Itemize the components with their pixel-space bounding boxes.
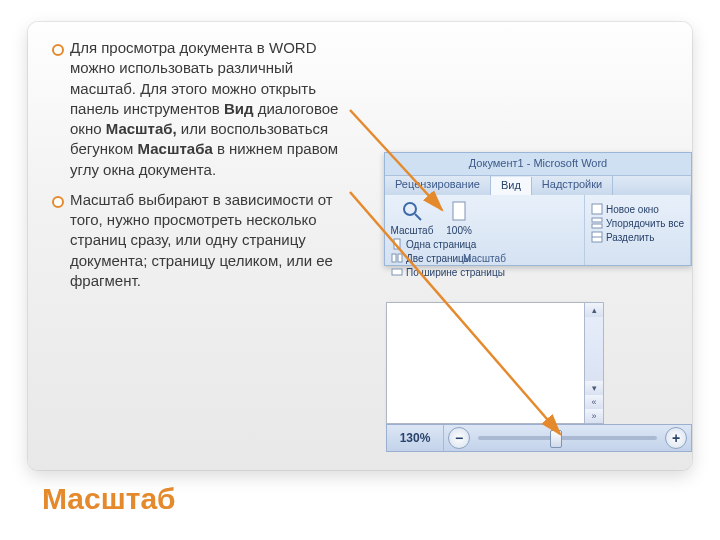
slide-title: Масштаб: [42, 482, 176, 516]
zoom-slider-thumb[interactable]: [550, 430, 562, 448]
tab-addins[interactable]: Надстройки: [532, 176, 613, 196]
zoom-slider[interactable]: [478, 436, 657, 440]
bullet-item: Масштаб выбирают в зависимости от того, …: [48, 190, 348, 291]
ribbon-tabs: Рецензирование Вид Надстройки: [385, 175, 691, 197]
content-frame: Для просмотра документа в WORD можно исп…: [28, 22, 692, 470]
zoom-out-button[interactable]: −: [448, 427, 470, 449]
svg-rect-7: [592, 204, 602, 214]
split-icon: [591, 231, 603, 243]
zoom-group-label: Масштаб: [385, 253, 584, 264]
text-column: Для просмотра документа в WORD можно исп…: [48, 38, 348, 301]
arrange-all-label: Упорядочить все: [606, 218, 684, 229]
next-page-arrow[interactable]: »: [585, 409, 603, 423]
split-option[interactable]: Разделить: [591, 231, 684, 243]
svg-rect-3: [394, 239, 400, 249]
magnifier-icon: [400, 199, 424, 223]
bullet-list: Для просмотра документа в WORD можно исп…: [48, 38, 348, 291]
svg-rect-9: [592, 224, 602, 228]
svg-rect-8: [592, 218, 602, 222]
window-title: Документ1 - Microsoft Word: [385, 157, 691, 169]
status-bar: 130% − +: [386, 424, 692, 452]
split-label: Разделить: [606, 232, 654, 243]
one-page-option[interactable]: Одна страница: [391, 238, 505, 250]
page-icon: [447, 199, 471, 223]
ribbon-group-window: Новое окно Упорядочить все Разделить: [585, 195, 691, 265]
bullet-item: Для просмотра документа в WORD можно исп…: [48, 38, 348, 180]
scroll-up-arrow[interactable]: ▴: [585, 303, 603, 317]
bullet-text: Масштаб выбирают в зависимости от того, …: [70, 191, 333, 289]
svg-rect-6: [392, 269, 402, 275]
tab-view[interactable]: Вид: [491, 177, 532, 197]
zoom-100-button[interactable]: 100%: [438, 199, 480, 236]
svg-rect-2: [453, 202, 465, 220]
one-page-icon: [391, 238, 403, 250]
bullet-text: Для просмотра документа в WORD можно исп…: [70, 39, 338, 178]
page-width-label: По ширине страницы: [406, 267, 505, 278]
zoom-button-label: Масштаб: [391, 225, 434, 236]
new-window-label: Новое окно: [606, 204, 659, 215]
zoom-button[interactable]: Масштаб: [391, 199, 433, 236]
page-width-option[interactable]: По ширине страницы: [391, 266, 505, 278]
arrange-icon: [591, 217, 603, 229]
page-width-icon: [391, 266, 403, 278]
vertical-scrollbar[interactable]: ▴ ▾ « »: [584, 302, 604, 424]
window-options-list: Новое окно Упорядочить все Разделить: [591, 203, 684, 243]
prev-page-arrow[interactable]: «: [585, 395, 603, 409]
zoom-in-button[interactable]: +: [665, 427, 687, 449]
word-ribbon: Документ1 - Microsoft Word Рецензировани…: [384, 152, 692, 266]
svg-point-0: [404, 203, 416, 215]
svg-line-1: [415, 214, 421, 220]
zoom-100-label: 100%: [446, 225, 472, 236]
slide: Для просмотра документа в WORD можно исп…: [0, 0, 720, 540]
tab-review[interactable]: Рецензирование: [385, 176, 491, 196]
ribbon-group-zoom: Масштаб 100% Одна страница: [385, 195, 585, 265]
new-window-icon: [591, 203, 603, 215]
arrange-all-option[interactable]: Упорядочить все: [591, 217, 684, 229]
ribbon-body: Масштаб 100% Одна страница: [385, 195, 691, 265]
zoom-value[interactable]: 130%: [387, 425, 444, 451]
scroll-down-arrow[interactable]: ▾: [585, 381, 603, 395]
document-corner: ▴ ▾ « » 130% − +: [386, 302, 692, 452]
new-window-option[interactable]: Новое окно: [591, 203, 684, 215]
document-page: [386, 302, 588, 424]
one-page-label: Одна страница: [406, 239, 476, 250]
